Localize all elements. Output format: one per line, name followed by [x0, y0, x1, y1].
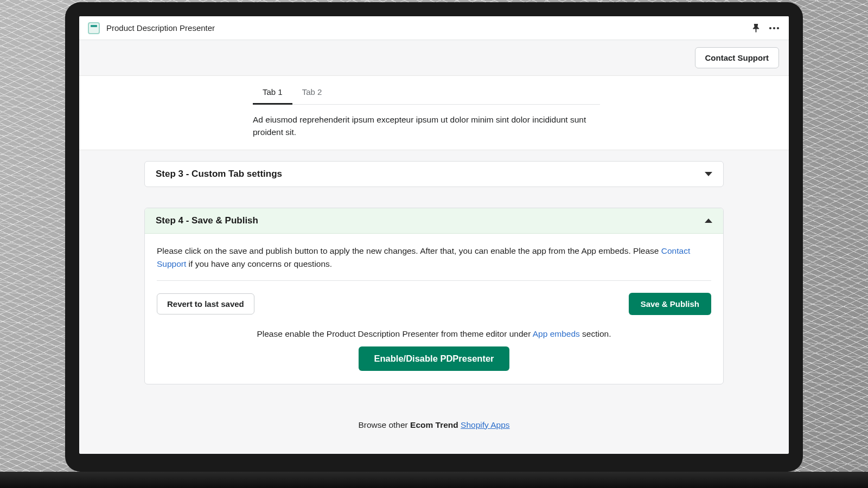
enable-disable-button[interactable]: Enable/Disable PDPresenter — [359, 346, 509, 371]
step-4-actions: Revert to last saved Save & Publish — [157, 281, 711, 315]
preview-tab-1[interactable]: Tab 1 — [253, 82, 292, 105]
more-menu-icon[interactable] — [768, 22, 780, 34]
step-3-header[interactable]: Step 3 - Custom Tab settings — [145, 162, 723, 187]
app-embeds-link[interactable]: App embeds — [533, 329, 580, 338]
help-text-part-2: if you have any concerns or questions. — [186, 259, 332, 268]
footer-line: Browse other Ecom Trend Shopify Apps — [144, 405, 724, 435]
chevron-up-icon — [705, 219, 712, 223]
enable-hint-part-1: Please enable the Product Description Pr… — [257, 329, 532, 338]
app-screen: Product Description Presenter Contact Su… — [79, 16, 789, 454]
footer-brand: Ecom Trend — [410, 420, 458, 429]
pin-icon[interactable] — [750, 22, 762, 34]
enable-section: Please enable the Product Description Pr… — [157, 315, 711, 371]
preview-tabs: Tab 1 Tab 2 — [253, 81, 600, 105]
shopify-apps-link[interactable]: Shopify Apps — [461, 420, 509, 429]
step-4-card: Step 4 - Save & Publish Please click on … — [144, 208, 724, 384]
support-bar: Contact Support — [79, 40, 789, 76]
laptop-base — [0, 472, 868, 488]
preview-tab-2[interactable]: Tab 2 — [292, 82, 332, 105]
laptop-frame: Product Description Presenter Contact Su… — [65, 2, 803, 472]
contact-support-button[interactable]: Contact Support — [695, 47, 780, 68]
step-4-help-text: Please click on the save and publish but… — [157, 245, 711, 281]
help-text-part-1: Please click on the save and publish but… — [157, 246, 661, 255]
chevron-down-icon — [705, 172, 712, 176]
preview-tab-content: Ad eiusmod reprehenderit ipsum excepteur… — [253, 105, 600, 139]
svg-point-2 — [777, 27, 779, 29]
svg-point-1 — [773, 27, 775, 29]
save-publish-button[interactable]: Save & Publish — [629, 293, 711, 315]
step-3-title: Step 3 - Custom Tab settings — [156, 169, 282, 179]
step-3-card: Step 3 - Custom Tab settings — [144, 161, 724, 187]
enable-hint: Please enable the Product Description Pr… — [157, 329, 711, 339]
app-topbar: Product Description Presenter — [79, 16, 789, 40]
step-4-body: Please click on the save and publish but… — [145, 234, 723, 384]
svg-point-0 — [769, 27, 771, 29]
app-icon — [88, 22, 100, 34]
preview-panel: Tab 1 Tab 2 Ad eiusmod reprehenderit ips… — [79, 76, 789, 150]
main-content: Step 3 - Custom Tab settings Step 4 - Sa… — [79, 150, 789, 454]
revert-button[interactable]: Revert to last saved — [157, 293, 254, 314]
footer-prefix: Browse other — [358, 420, 410, 429]
step-4-title: Step 4 - Save & Publish — [156, 215, 258, 226]
enable-hint-part-2: section. — [580, 329, 611, 338]
app-title: Product Description Presenter — [106, 23, 215, 33]
step-4-header[interactable]: Step 4 - Save & Publish — [145, 208, 723, 234]
